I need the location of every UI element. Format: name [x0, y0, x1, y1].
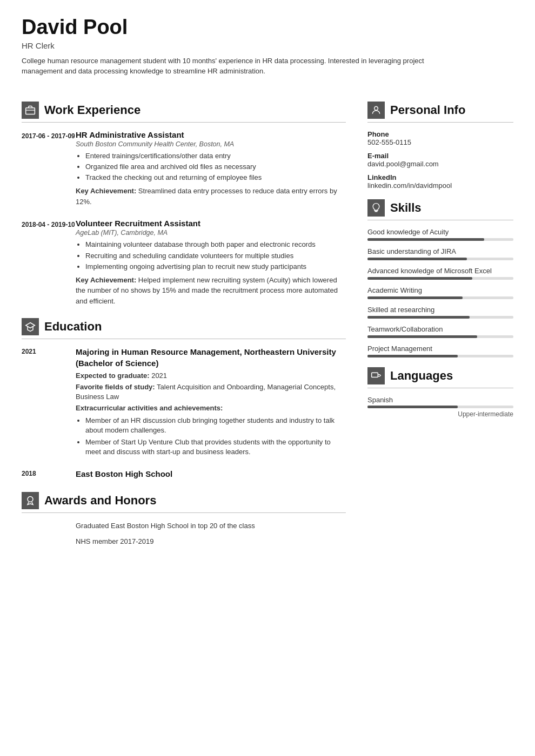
work-entry-1: 2017-06 - 2017-09 HR Administrative Assi…	[22, 130, 346, 207]
work-date-2: 2018-04 - 2019-10	[22, 219, 76, 306]
skill-bar-fill-4	[367, 316, 470, 319]
edu-bullet-1-1: Member of Start Up Venture Club that pro…	[85, 437, 346, 457]
education-header: Education	[22, 318, 346, 335]
work-divider	[22, 122, 346, 123]
email-label: E-mail	[367, 152, 513, 160]
work-bullets-2: Maintaining volunteer database through b…	[76, 240, 346, 272]
edu-expected: Expected to graduate: 2021	[76, 371, 346, 381]
edu-expected-value: 2021	[151, 372, 167, 380]
key-achievement-label-2: Key Achievement:	[76, 276, 136, 284]
awards-icon	[22, 492, 39, 509]
work-title-1: HR Administrative Assistant	[76, 130, 346, 139]
edu-date-2: 2018	[22, 469, 76, 482]
svg-rect-5	[374, 210, 378, 211]
skills-title: Skills	[390, 201, 421, 215]
skill-bar-bg-4	[367, 316, 513, 319]
skill-item-5: Teamwork/Collaboration	[367, 325, 513, 338]
edu-extra-label-text: Extracurricular activities and achieveme…	[76, 404, 223, 412]
edu-content-2: East Boston High School	[76, 469, 346, 482]
award-entry-1: Graduated East Boston High School in top…	[22, 521, 346, 531]
svg-marker-2	[26, 323, 35, 328]
work-experience-title: Work Experience	[44, 103, 141, 117]
languages-title: Languages	[390, 369, 453, 383]
personal-info-divider	[367, 122, 513, 123]
skills-container: Good knowledge of Acuity Basic understan…	[367, 228, 513, 357]
linkedin-item: LinkedIn linkedin.com/in/davidmpool	[367, 173, 513, 190]
edu-date-1: 2021	[22, 347, 76, 459]
phone-item: Phone 502-555-0115	[367, 130, 513, 146]
skills-icon	[367, 199, 385, 217]
work-experience-icon	[22, 102, 39, 119]
right-column: Personal Info Phone 502-555-0115 E-mail …	[362, 92, 513, 552]
work-entry-2: 2018-04 - 2019-10 Volunteer Recruitment …	[22, 219, 346, 306]
personal-info-title: Personal Info	[390, 103, 465, 117]
key-achievement-1: Key Achievement: Streamlined data entry …	[76, 186, 346, 207]
skill-name-3: Academic Writing	[367, 286, 513, 294]
awards-header: Awards and Honors	[22, 492, 346, 509]
award-text-2: NHS member 2017-2019	[76, 536, 346, 547]
skill-name-0: Good knowledge of Acuity	[367, 228, 513, 236]
award-spacer-1	[22, 521, 76, 531]
language-level-0: Upper-intermediate	[367, 410, 513, 418]
work-company-2: AgeLab (MIT), Cambridge, MA	[76, 229, 346, 237]
edu-favorite: Favorite fields of study: Talent Acquisi…	[76, 382, 346, 402]
edu-content-1: Majoring in Human Resource Management, N…	[76, 347, 346, 459]
phone-value: 502-555-0115	[367, 138, 513, 146]
linkedin-label: LinkedIn	[367, 173, 513, 181]
language-item-0: Spanish Upper-intermediate	[367, 396, 513, 418]
languages-icon	[367, 367, 385, 384]
skill-bar-bg-3	[367, 296, 513, 299]
work-content-2: Volunteer Recruitment Assistant AgeLab (…	[76, 219, 346, 306]
skill-item-4: Skilled at researching	[367, 306, 513, 319]
work-bullet-1-0: Entered trainings/certifications/other d…	[85, 151, 346, 161]
edu-divider	[22, 339, 346, 339]
personal-info-header: Personal Info	[367, 102, 513, 119]
skill-item-3: Academic Writing	[367, 286, 513, 299]
work-bullets-1: Entered trainings/certifications/other d…	[76, 151, 346, 183]
award-entry-2: NHS member 2017-2019	[22, 536, 346, 547]
linkedin-value: linkedin.com/in/davidmpool	[367, 181, 513, 190]
languages-divider	[367, 388, 513, 388]
lang-bar-fill-0	[367, 406, 458, 408]
skill-bar-fill-1	[367, 258, 467, 260]
skills-header: Skills	[367, 199, 513, 217]
skill-item-0: Good knowledge of Acuity	[367, 228, 513, 241]
work-date-1: 2017-06 - 2017-09	[22, 130, 76, 207]
email-value: david.pool@gmail.com	[367, 160, 513, 168]
skill-item-2: Advanced knowledge of Microsoft Excel	[367, 267, 513, 280]
skill-name-6: Project Management	[367, 345, 513, 353]
award-text-1: Graduated East Boston High School in top…	[76, 521, 346, 531]
svg-point-3	[28, 496, 33, 502]
personal-info-icon	[367, 102, 385, 119]
resume-wrapper: David Pool HR Clerk College human resour…	[0, 0, 535, 756]
skill-name-2: Advanced knowledge of Microsoft Excel	[367, 267, 513, 275]
skill-item-6: Project Management	[367, 345, 513, 357]
candidate-summary: College human resource management studen…	[22, 56, 465, 77]
skill-bar-bg-6	[367, 355, 513, 357]
edu-title-1: Majoring in Human Resource Management, N…	[76, 347, 346, 369]
svg-rect-0	[26, 108, 35, 114]
skill-name-4: Skilled at researching	[367, 306, 513, 314]
skill-bar-fill-2	[367, 277, 472, 280]
email-item: E-mail david.pool@gmail.com	[367, 152, 513, 168]
svg-rect-7	[372, 373, 378, 377]
languages-header: Languages	[367, 367, 513, 384]
edu-bullets-1: Member of an HR discussion club bringing…	[76, 416, 346, 457]
edu-favorite-label: Favorite fields of study:	[76, 383, 155, 391]
skill-bar-bg-0	[367, 238, 513, 241]
key-achievement-2: Key Achievement: Helped implement new re…	[76, 275, 346, 307]
main-columns: Work Experience 2017-06 - 2017-09 HR Adm…	[22, 92, 513, 552]
work-bullet-1-1: Organized file area and archived old fil…	[85, 162, 346, 172]
key-achievement-label-1: Key Achievement:	[76, 187, 136, 195]
candidate-job-title: HR Clerk	[22, 41, 513, 50]
skill-item-1: Basic understanding of JIRA	[367, 247, 513, 260]
languages-container: Spanish Upper-intermediate	[367, 396, 513, 418]
work-bullet-2-0: Maintaining volunteer database through b…	[85, 240, 346, 249]
skill-bar-bg-2	[367, 277, 513, 280]
edu-expected-label: Expected to graduate:	[76, 372, 150, 380]
skills-divider	[367, 220, 513, 220]
skill-bar-fill-0	[367, 238, 484, 241]
edu-entry-1: 2021 Majoring in Human Resource Manageme…	[22, 347, 346, 459]
header-section: David Pool HR Clerk College human resour…	[22, 16, 513, 77]
work-experience-header: Work Experience	[22, 102, 346, 119]
